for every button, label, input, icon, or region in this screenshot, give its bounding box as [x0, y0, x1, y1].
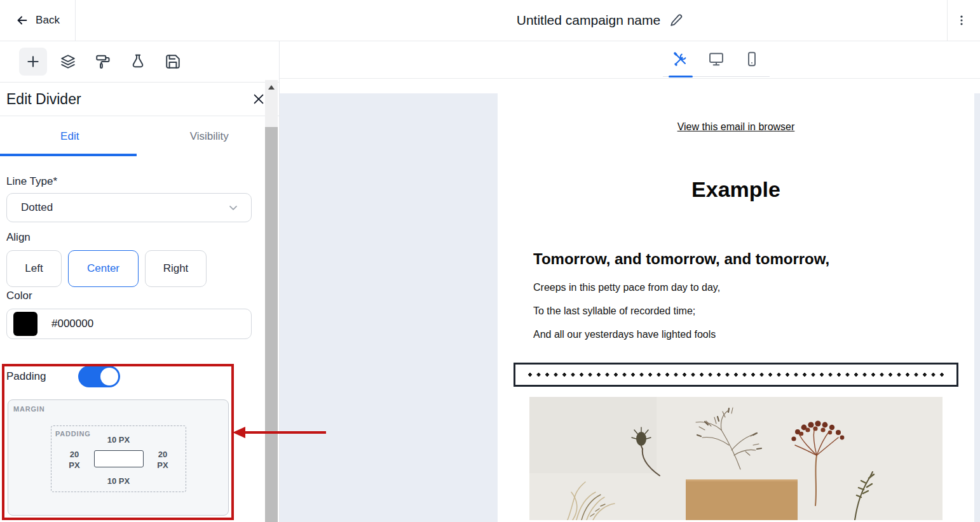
plus-icon — [25, 53, 41, 70]
back-label: Back — [36, 14, 60, 27]
color-input[interactable]: #000000 — [6, 309, 252, 339]
email-image-block[interactable] — [529, 397, 943, 520]
line-type-select[interactable]: Dotted — [6, 193, 252, 222]
color-hex-value: #000000 — [51, 318, 93, 330]
annotation-arrow-head — [233, 427, 245, 438]
margin-box-model: MARGIN PADDING 10 PX 20 PX 20 PX 10 PX — [8, 399, 229, 516]
annotation-arrow — [244, 431, 326, 434]
test-button[interactable] — [124, 48, 152, 76]
chevron-down-icon — [227, 201, 240, 214]
dotted-divider-line — [526, 372, 946, 377]
scrollbar-up-arrow[interactable] — [265, 80, 278, 94]
tab-mobile-preview[interactable] — [734, 41, 770, 76]
email-text-line[interactable]: Creeps in this petty pace from day to da… — [498, 282, 974, 293]
scrollbar-thumb[interactable] — [265, 127, 278, 522]
add-block-button[interactable] — [19, 48, 47, 76]
email-preview: View this email in browser Example Tomor… — [498, 93, 974, 522]
email-subheading[interactable]: Tomorrow, and tomorrow, and tomorrow, — [498, 250, 974, 268]
tab-edit[interactable]: Edit — [0, 116, 140, 156]
edit-pencil-icon[interactable] — [669, 13, 684, 28]
preview-header — [280, 41, 980, 79]
campaign-title: Untitled campaign name — [517, 13, 660, 28]
padding-center-input[interactable] — [94, 450, 144, 467]
line-type-label: Line Type* — [6, 175, 252, 188]
mobile-icon — [744, 51, 760, 67]
panel-content: Line Type* Dotted Align Left Center Righ… — [0, 156, 279, 516]
kebab-menu-icon[interactable] — [948, 7, 975, 34]
align-left-button[interactable]: Left — [6, 250, 62, 287]
flask-icon — [130, 53, 146, 70]
color-swatch[interactable] — [13, 312, 37, 336]
device-tab-strip — [663, 41, 770, 77]
color-label: Color — [6, 290, 252, 302]
align-center-button[interactable]: Center — [68, 250, 139, 287]
padding-label: Padding — [6, 370, 46, 383]
editor-toolbar — [0, 41, 280, 83]
editor-canvas: View this email in browser Example Tomor… — [280, 79, 980, 522]
padding-toggle[interactable] — [78, 366, 120, 387]
toggle-knob — [100, 368, 118, 385]
back-arrow-icon — [15, 13, 29, 27]
padding-top-value: 10 PX — [51, 434, 186, 445]
save-button[interactable] — [159, 48, 187, 76]
align-right-button[interactable]: Right — [145, 250, 207, 287]
panel-tab-strip: Edit Visibility — [0, 116, 279, 156]
padding-right-value: 20 PX — [151, 449, 174, 471]
build-tools-icon — [672, 51, 689, 67]
padding-bottom-value: 10 PX — [51, 476, 186, 486]
email-campaign-editor: Back Untitled campaign name — [0, 0, 980, 522]
layers-icon — [60, 53, 76, 70]
back-button[interactable]: Back — [0, 0, 76, 41]
margin-label: MARGIN — [13, 405, 44, 413]
view-in-browser-link[interactable]: View this email in browser — [677, 121, 795, 132]
panel-scrollbar — [265, 80, 278, 522]
email-text-line[interactable]: To the last syllable of recorded time; — [498, 305, 974, 317]
email-text-line[interactable]: And all our yesterdays have lighted fool… — [498, 329, 974, 340]
align-label: Align — [6, 231, 252, 244]
padding-left-value: 20 PX — [63, 449, 86, 471]
edit-divider-panel: Edit Divider Edit Visibility Line Type* … — [0, 83, 280, 522]
panel-title: Edit Divider — [6, 91, 81, 108]
styles-button[interactable] — [89, 48, 117, 76]
topbar: Back Untitled campaign name — [0, 0, 980, 41]
save-icon — [165, 53, 181, 70]
email-heading[interactable]: Example — [498, 177, 974, 202]
align-button-group: Left Center Right — [6, 250, 252, 287]
layers-button[interactable] — [54, 48, 82, 76]
topbar-divider — [947, 0, 948, 41]
tab-visibility[interactable]: Visibility — [140, 116, 280, 156]
tab-build-mode[interactable] — [663, 41, 698, 76]
padding-box-model: PADDING 10 PX 20 PX 20 PX 10 PX — [51, 425, 186, 492]
tab-desktop-preview[interactable] — [698, 41, 734, 76]
paint-roller-icon — [95, 53, 111, 70]
desktop-icon — [708, 51, 725, 67]
line-type-value: Dotted — [21, 201, 53, 214]
dried-flowers-image — [529, 397, 943, 520]
selected-divider-block[interactable] — [514, 363, 958, 387]
